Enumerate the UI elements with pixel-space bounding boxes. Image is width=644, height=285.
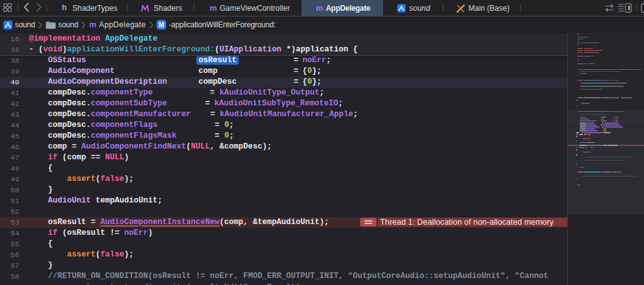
svg-text:M: M (158, 21, 164, 29)
